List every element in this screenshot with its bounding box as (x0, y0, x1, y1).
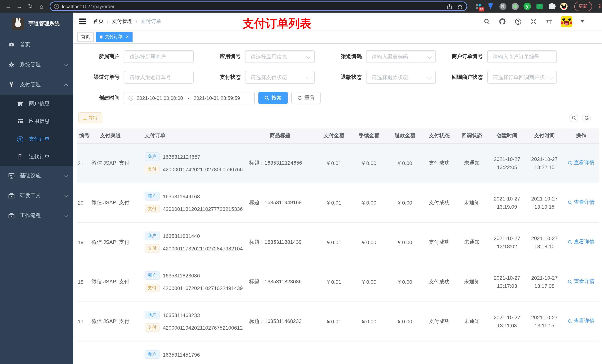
app-no-filter[interactable] (245, 50, 315, 63)
column-header: 支付时间 (526, 128, 563, 143)
toolbox-icon (8, 192, 15, 199)
cell-status: 支付成功 (423, 262, 456, 302)
merchant-order-no-filter[interactable] (487, 50, 557, 63)
extensions-puzzle-icon[interactable] (548, 3, 555, 10)
extension-y-icon[interactable]: y (524, 3, 531, 10)
chevron-down-icon[interactable] (580, 20, 584, 22)
extension-chat-icon[interactable] (536, 3, 543, 10)
view-detail-link[interactable]: 查看详情 (568, 160, 595, 166)
search-icon[interactable] (483, 18, 491, 25)
cell-fee: ¥ 0.00 (351, 262, 387, 302)
sidebar-item-infra[interactable]: 基础设施 (0, 166, 73, 186)
channel-order-no-input[interactable] (124, 71, 194, 83)
view-detail-link[interactable]: 查看详情 (568, 278, 595, 285)
view-detail-link[interactable]: 查看详情 (568, 318, 595, 325)
channel-code-filter[interactable] (366, 50, 436, 63)
view-detail-link[interactable]: 查看详情 (568, 199, 595, 206)
search-button[interactable]: 搜索 (258, 92, 288, 104)
browser-menu-icon[interactable]: ⋮ (597, 3, 602, 10)
close-icon[interactable]: ✕ (126, 34, 129, 39)
browser-reload-icon[interactable]: ↻ (26, 2, 35, 11)
breadcrumb-section[interactable]: 支付管理 (112, 18, 133, 25)
sidebar-item-home[interactable]: 首页 (0, 35, 73, 55)
sidebar-item-app-info[interactable]: 应用信息 (0, 113, 73, 130)
toggle-search-button[interactable] (570, 113, 578, 122)
fullscreen-icon[interactable] (530, 18, 537, 25)
avatar[interactable] (561, 16, 572, 27)
sidebar-item-merchant-info[interactable]: 商户信息 (0, 95, 73, 113)
browser-home-icon[interactable]: ⌂ (37, 2, 46, 11)
refresh-button[interactable] (582, 113, 591, 122)
cell-paid: 2021-10-2713:17:08 (526, 262, 563, 302)
site-info-icon[interactable]: i (54, 4, 59, 9)
create-time-range-picker[interactable]: 2021-10-01 00:00:00 - 2021-10-31 23:59:5… (124, 92, 255, 104)
tab-pay-order[interactable]: 支付订单 ✕ (96, 32, 133, 42)
address-bar[interactable]: i localhost:1024/pay/order (50, 1, 467, 11)
cell-pay-order: 商户 1635312124657 支付 42000011742021102780… (131, 143, 243, 183)
sidebar-item-pay-order[interactable]: ¥ 支付订单 (0, 130, 73, 148)
sidebar-item-refund-order[interactable]: 退款订单 (0, 148, 73, 166)
refund-status-filter[interactable] (366, 71, 436, 83)
column-header: 编号 (77, 128, 90, 143)
extension-command-icon[interactable]: ⌘ (499, 3, 506, 10)
merchant-order-no-input[interactable] (487, 50, 557, 63)
sidebar-item-system[interactable]: 系统管理 (0, 55, 73, 75)
merchant-filter[interactable] (124, 50, 194, 63)
extension-pin-icon[interactable] (487, 3, 494, 10)
extension-dot-icon[interactable] (511, 3, 519, 10)
merchant-order-no: 1635311881440 (163, 233, 200, 239)
sidebar-item-workflow[interactable]: 工作流程 (0, 206, 73, 226)
cell-status: 支付成功 (423, 302, 456, 341)
refresh-icon (584, 115, 589, 120)
cell-refund: ¥ 0.00 (387, 222, 423, 262)
filter-label: 退款状态 (319, 74, 366, 81)
cell-pay-order: 商户 1635311949168 支付 42000011812021102777… (131, 183, 243, 222)
notify-status-select[interactable] (487, 71, 557, 83)
refund-status-select[interactable] (366, 71, 436, 83)
yen-icon: ¥ (8, 81, 15, 88)
refresh-icon (297, 95, 302, 100)
channel-pay-no: 4200001173202110272847982104 (163, 245, 243, 251)
breadcrumb-home[interactable]: 首页 (93, 18, 104, 25)
channel-code-filter-select[interactable] (366, 50, 436, 63)
search-icon (571, 115, 576, 120)
cell-refund: ¥ 0.00 (387, 262, 423, 302)
app-no-filter-select[interactable] (245, 50, 315, 63)
browser-forward-icon[interactable]: → (15, 2, 24, 11)
filter-label: 回调商户状态 (440, 74, 487, 81)
share-icon[interactable] (447, 3, 452, 9)
export-button[interactable]: ↓ 导出 (78, 113, 102, 123)
extension-grid-icon[interactable]: 10 (475, 3, 482, 10)
chevron-down-icon (64, 62, 68, 66)
bookmark-star-icon[interactable] (457, 3, 463, 9)
notify-status-filter[interactable] (487, 71, 557, 83)
font-size-icon[interactable]: TT (545, 18, 553, 25)
sidebar: 芋道管理系统 首页 系统管理 ¥ 支付管理 (0, 13, 73, 364)
pay-tag: 支付 (145, 244, 159, 253)
merchant-tag: 商户 (145, 350, 159, 359)
reset-button[interactable]: 重置 (291, 92, 321, 104)
merchant-order-no: 1635312124657 (163, 154, 200, 160)
channel-order-no-filter[interactable] (124, 71, 194, 83)
browser-back-icon[interactable]: ← (4, 2, 13, 11)
search-icon (568, 161, 572, 165)
date-end[interactable]: 2021-10-31 23:59:59 (194, 95, 240, 101)
date-start[interactable]: 2021-10-01 00:00:00 (137, 95, 183, 101)
github-icon[interactable] (499, 18, 506, 25)
view-detail-link[interactable]: 查看详情 (568, 239, 595, 245)
profile-emoji-icon[interactable] (560, 3, 568, 10)
browser-update-button[interactable]: 更新 (574, 2, 592, 11)
pay-submenu: 商户信息 应用信息 ¥ 支付订单 退款订单 (0, 95, 73, 166)
sidebar-item-dev-tools[interactable]: 研发工具 (0, 186, 73, 206)
cell-action: 查看详情 (563, 262, 599, 302)
sidebar-item-pay[interactable]: ¥ 支付管理 (0, 75, 73, 95)
cell-channel: 微信 JSAPI 支付 (90, 302, 131, 341)
help-icon[interactable] (514, 18, 522, 25)
url-text[interactable]: localhost:1024/pay/order (62, 3, 444, 9)
tab-home[interactable]: 首页 (77, 32, 94, 42)
pay-status-select[interactable] (245, 71, 315, 83)
merchant-filter-input[interactable] (124, 50, 194, 63)
pay-status-filter[interactable] (245, 71, 315, 83)
search-icon (264, 95, 269, 100)
sidebar-collapse-icon[interactable] (79, 19, 86, 24)
